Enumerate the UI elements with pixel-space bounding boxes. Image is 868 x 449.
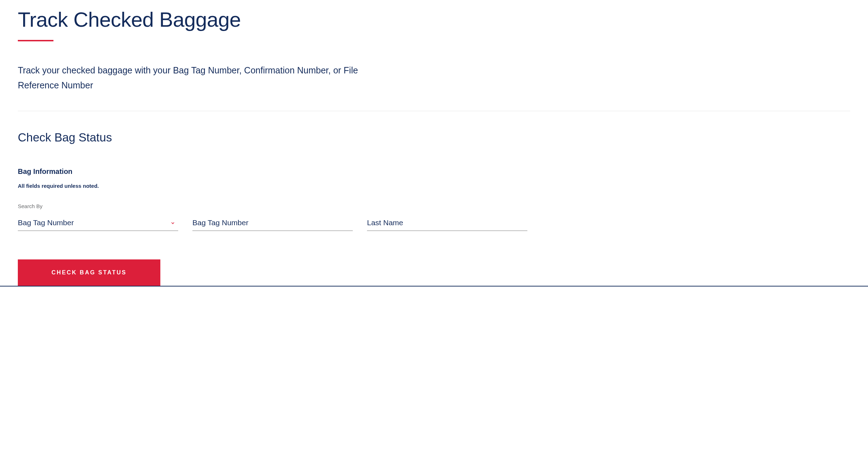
section-title: Check Bag Status — [18, 131, 850, 144]
section-divider — [18, 111, 850, 111]
check-bag-status-button[interactable]: CHECK BAG STATUS — [18, 259, 160, 286]
form-row — [18, 216, 850, 231]
page-title: Track Checked Baggage — [18, 7, 850, 32]
required-fields-note: All fields required unless noted. — [18, 183, 850, 189]
bag-information-heading: Bag Information — [18, 167, 850, 176]
title-underline — [18, 40, 53, 41]
bag-tag-number-input[interactable] — [192, 216, 353, 231]
last-name-input[interactable] — [367, 216, 527, 231]
search-by-select-wrap — [18, 216, 178, 231]
search-by-select[interactable] — [18, 216, 178, 231]
intro-text: Track your checked baggage with your Bag… — [18, 63, 392, 93]
search-by-label: Search By — [18, 203, 850, 209]
bag-tag-field-wrap — [192, 216, 353, 231]
last-name-field-wrap — [367, 216, 527, 231]
